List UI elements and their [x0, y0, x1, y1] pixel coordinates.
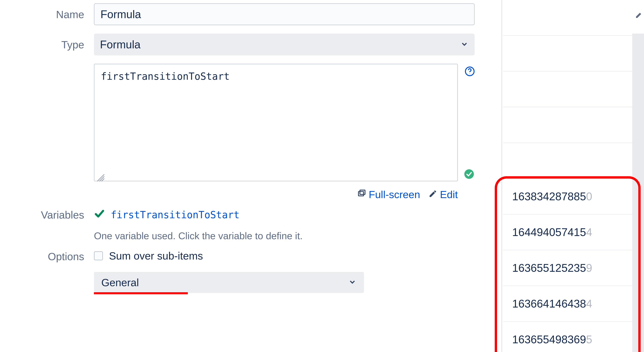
- result-cell: 1638342878850: [503, 179, 632, 214]
- resize-grip-icon[interactable]: [96, 173, 105, 181]
- variables-label: Variables: [0, 209, 94, 221]
- svg-point-4: [470, 74, 470, 74]
- check-icon: [94, 209, 105, 221]
- result-cell: [503, 0, 632, 36]
- variables-hint: One variable used. Click the variable to…: [94, 230, 502, 241]
- result-cell: 1636641464384: [503, 286, 632, 322]
- options-select-value: General: [101, 276, 139, 288]
- chevron-down-icon: [460, 38, 468, 51]
- result-cell: 1636554983695: [503, 322, 632, 352]
- result-cell: [503, 143, 632, 179]
- edit-label: Edit: [440, 188, 458, 200]
- type-select-value: Formula: [100, 38, 140, 51]
- result-cell: [503, 72, 632, 107]
- options-select[interactable]: General: [94, 272, 364, 293]
- type-select[interactable]: Formula: [94, 34, 474, 55]
- result-cell: [503, 107, 632, 143]
- help-icon[interactable]: [464, 66, 475, 77]
- formula-textarea[interactable]: [94, 64, 458, 181]
- check-circle-icon: [464, 169, 474, 179]
- chevron-down-icon: [348, 276, 356, 288]
- result-cell: 1636551252359: [503, 250, 632, 286]
- options-label: Options: [0, 250, 94, 262]
- fullscreen-button[interactable]: Full-screen: [358, 188, 420, 200]
- scrollbar-track[interactable]: [632, 34, 644, 352]
- name-input[interactable]: [94, 3, 474, 25]
- sum-checkbox-label: Sum over sub-items: [109, 250, 203, 262]
- panel-divider: [502, 0, 502, 352]
- variable-link[interactable]: firstTransitionToStart: [111, 209, 240, 221]
- name-label: Name: [0, 3, 94, 21]
- form-panel: Name Type Formula: [0, 0, 502, 352]
- result-cell: 1644940574154: [503, 214, 632, 250]
- annotation-underline: [94, 292, 188, 294]
- result-cell: [503, 36, 632, 72]
- edit-column-icon[interactable]: [635, 10, 643, 21]
- results-column: 1638342878850164494057415416365512523591…: [503, 0, 632, 352]
- pencil-icon: [428, 188, 437, 200]
- edit-button[interactable]: Edit: [428, 188, 458, 200]
- svg-rect-7: [360, 190, 365, 194]
- fullscreen-label: Full-screen: [369, 188, 420, 200]
- svg-rect-6: [358, 192, 364, 196]
- svg-point-5: [464, 169, 474, 179]
- fullscreen-icon: [358, 188, 366, 200]
- type-label: Type: [0, 34, 94, 51]
- sum-checkbox[interactable]: [94, 251, 103, 260]
